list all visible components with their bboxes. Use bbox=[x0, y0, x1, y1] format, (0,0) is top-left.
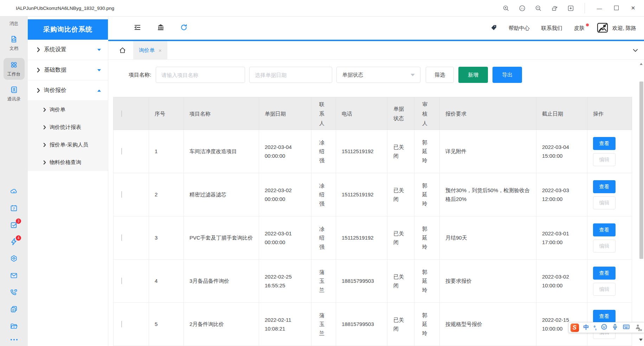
rail-item-contacts[interactable]: 通讯录 bbox=[7, 86, 21, 102]
edit-button[interactable]: 编辑 bbox=[593, 240, 616, 253]
help-center-link[interactable]: 帮助中心 bbox=[509, 25, 530, 32]
col-auditor: 审核人 bbox=[414, 97, 440, 130]
col-deadline: 截止日期 bbox=[536, 97, 587, 130]
welcome-text: 欢迎, 陈路 bbox=[612, 25, 636, 32]
calendar-icon[interactable]: 7 bbox=[10, 204, 18, 214]
row-checkbox[interactable] bbox=[121, 148, 122, 155]
caret-down-icon bbox=[97, 49, 101, 51]
submenu-item-inquiry-form[interactable]: 询价单 bbox=[28, 101, 108, 118]
tasks-icon[interactable]: 3 bbox=[10, 221, 18, 230]
zoom-in-icon[interactable] bbox=[502, 5, 509, 12]
filter-button[interactable]: 筛选 bbox=[426, 67, 454, 83]
export-button[interactable]: 导出 bbox=[492, 67, 522, 83]
refresh-icon[interactable] bbox=[180, 24, 188, 33]
collapse-sidebar-icon[interactable] bbox=[134, 24, 141, 33]
select-caret-icon bbox=[411, 74, 415, 76]
ime-language-toggle[interactable]: 中 bbox=[584, 324, 589, 331]
row-checkbox[interactable] bbox=[121, 321, 122, 327]
chevron-right-icon bbox=[43, 107, 46, 112]
minimize-button[interactable]: — bbox=[595, 5, 603, 11]
chevron-right-icon bbox=[43, 125, 46, 130]
cell-phone: 15112519192 bbox=[336, 130, 387, 173]
scroll-up-arrow-icon[interactable] bbox=[640, 63, 643, 65]
edit-button[interactable]: 编辑 bbox=[593, 196, 616, 209]
folder-icon[interactable] bbox=[10, 322, 18, 332]
ime-account-icon[interactable]: 2u bbox=[635, 324, 641, 332]
svg-text:D: D bbox=[12, 308, 14, 312]
ime-emoji-icon[interactable] bbox=[601, 324, 607, 332]
col-requirement: 报价要求 bbox=[440, 97, 536, 130]
tag-icon[interactable] bbox=[490, 24, 497, 32]
tab-list-chevron-icon[interactable] bbox=[632, 47, 638, 55]
tab-close-icon[interactable]: × bbox=[159, 47, 162, 53]
edit-button[interactable]: 编辑 bbox=[593, 283, 616, 296]
close-button[interactable]: ✕ bbox=[629, 5, 637, 11]
submenu-item-inquiry-report[interactable]: 询价统计报表 bbox=[28, 118, 108, 136]
cloud-drive-icon[interactable] bbox=[10, 187, 18, 197]
doc-status-select[interactable]: 单据状态 bbox=[336, 67, 420, 83]
doc-date-input[interactable] bbox=[249, 67, 332, 83]
tasks-badge: 3 bbox=[16, 218, 21, 224]
rail-item-messages[interactable]: 消息 bbox=[9, 21, 18, 27]
cell-phone: 15112519192 bbox=[336, 173, 387, 216]
vertical-scrollbar[interactable] bbox=[639, 60, 644, 346]
ime-mic-icon[interactable] bbox=[612, 324, 618, 332]
tab-inquiry-form[interactable]: 询价单 × bbox=[133, 41, 167, 60]
workbench-grid-icon bbox=[10, 61, 18, 70]
actual-size-icon[interactable]: 1:1 bbox=[519, 5, 526, 12]
d-docs-icon[interactable]: D bbox=[10, 305, 18, 315]
table-row: 1 车间洁净度改造项目 2022-03-04 00:00:00 凃绍强 1511… bbox=[114, 130, 632, 173]
svg-text:1:1: 1:1 bbox=[521, 7, 524, 9]
skin-link[interactable]: 皮肤 bbox=[574, 25, 585, 32]
menu-group-inquiry-quote[interactable]: 询价报价 bbox=[28, 80, 108, 101]
submenu-inquiry-quote: 询价单 询价统计报表 报价单-采购人员 物料价格查询 bbox=[28, 101, 108, 171]
cell-contact: 凃绍强 bbox=[311, 173, 336, 216]
view-button[interactable]: 查看 bbox=[593, 180, 616, 193]
view-button[interactable]: 查看 bbox=[593, 223, 616, 236]
maximize-button[interactable] bbox=[612, 5, 620, 11]
chevron-right-icon bbox=[37, 67, 40, 73]
row-checkbox[interactable] bbox=[121, 278, 122, 284]
menu-group-system-settings[interactable]: 系统设置 bbox=[28, 40, 108, 60]
ime-keyboard-icon[interactable] bbox=[623, 324, 630, 332]
row-checkbox[interactable] bbox=[121, 234, 122, 241]
col-contact: 联系人 bbox=[311, 97, 336, 130]
organization-icon[interactable] bbox=[157, 24, 165, 33]
home-icon[interactable] bbox=[119, 47, 126, 54]
avatar[interactable] bbox=[596, 22, 609, 35]
submenu-item-quote-purchaser[interactable]: 报价单-采购人员 bbox=[28, 136, 108, 154]
lightning-icon[interactable]: 4 bbox=[10, 238, 18, 247]
row-checkbox[interactable] bbox=[121, 191, 122, 198]
col-actions: 操作 bbox=[587, 97, 632, 130]
video-call-icon[interactable] bbox=[10, 288, 18, 298]
view-button[interactable]: 查看 bbox=[593, 137, 616, 150]
zoom-out-icon[interactable] bbox=[535, 5, 542, 12]
menu-group-basic-data[interactable]: 基础数据 bbox=[28, 60, 108, 80]
edit-button[interactable]: 编辑 bbox=[593, 153, 616, 166]
hexagon-layers-icon[interactable] bbox=[10, 255, 18, 264]
more-icon[interactable] bbox=[11, 339, 18, 340]
window-title: IALPJunPUbCkomzNA6LNByg_1832_930.png bbox=[16, 6, 114, 11]
contact-us-link[interactable]: 联系我们 bbox=[541, 25, 562, 32]
download-icon[interactable] bbox=[567, 5, 574, 12]
add-button[interactable]: 新增 bbox=[458, 67, 488, 83]
view-button[interactable]: 查看 bbox=[593, 267, 616, 280]
select-all-checkbox[interactable] bbox=[121, 110, 122, 117]
titlebar-controls: 1:1 — ✕ bbox=[502, 3, 644, 13]
rail-item-documents[interactable]: 文档 bbox=[9, 35, 18, 52]
rotate-icon[interactable] bbox=[551, 5, 558, 12]
view-button[interactable]: 查看 bbox=[593, 310, 616, 323]
cell-project: 精密过滤器滤芯 bbox=[184, 173, 259, 216]
cell-auditor: 郭延玲 bbox=[414, 303, 440, 346]
scrollbar-thumb[interactable] bbox=[639, 81, 643, 259]
caret-up-icon bbox=[97, 90, 101, 92]
project-name-input[interactable] bbox=[156, 67, 245, 83]
mail-icon[interactable] bbox=[10, 272, 18, 281]
cell-seq: 3 bbox=[149, 216, 184, 260]
scroll-down-arrow-icon[interactable] bbox=[639, 339, 643, 341]
rail-item-workbench[interactable]: 工作台 bbox=[4, 58, 25, 80]
cell-requirement: 按要求报价 bbox=[440, 260, 536, 303]
ime-punctuation-toggle[interactable]: °, bbox=[594, 325, 597, 331]
submenu-item-material-price[interactable]: 物料价格查询 bbox=[28, 154, 108, 171]
sogou-logo-icon[interactable]: S bbox=[571, 324, 579, 332]
